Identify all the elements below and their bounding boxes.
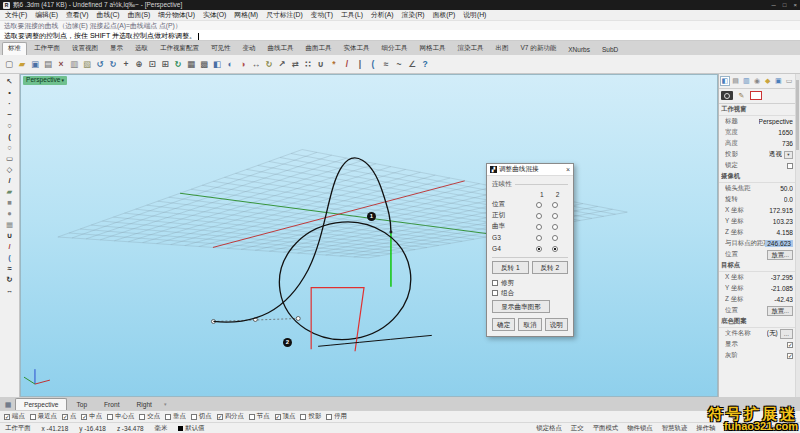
layers-tab-icon[interactable]: ▤ — [731, 76, 741, 86]
property-value[interactable]: 4.158 — [776, 229, 793, 236]
radio-curve-2[interactable] — [552, 235, 558, 241]
osnap-toggle[interactable]: 切点 — [191, 412, 212, 421]
mirror-icon[interactable]: ⇄ — [289, 57, 301, 71]
checkbox[interactable] — [107, 414, 113, 420]
radio-curve-2[interactable] — [552, 213, 558, 219]
toolbar-tab[interactable]: 网格工具 — [415, 43, 451, 55]
join-icon[interactable]: ∪ — [2, 230, 18, 241]
viewport-title-chip[interactable]: Perspective — [23, 76, 67, 85]
help-tab-icon[interactable]: ▣ — [774, 76, 784, 86]
property-value[interactable]: -21.085 — [771, 285, 793, 292]
checkbox[interactable] — [62, 414, 68, 420]
curve-end-point[interactable] — [389, 231, 392, 234]
property-button[interactable]: ... — [780, 329, 793, 339]
osnap-toggle[interactable]: 交点 — [139, 412, 160, 421]
blend-input-curve-2[interactable] — [318, 335, 432, 346]
toolbar-tab[interactable]: 实体工具 — [339, 43, 375, 55]
checkbox[interactable] — [165, 414, 171, 420]
osnap-toggle[interactable]: 四分点 — [217, 412, 244, 421]
polygon-icon[interactable]: ◇ — [2, 164, 18, 175]
pan-icon[interactable]: + — [120, 57, 132, 71]
property-value[interactable]: 透视 — [769, 150, 782, 159]
copy-icon[interactable]: ▥ — [68, 57, 80, 71]
minimize-button[interactable]: ─ — [772, 2, 776, 8]
display-tab-icon[interactable]: ▥ — [741, 76, 751, 86]
scrollbar-thumb[interactable] — [796, 80, 799, 150]
red-rectangle-curve[interactable] — [311, 288, 364, 352]
checkbox[interactable] — [492, 280, 498, 286]
property-value[interactable]: 736 — [782, 140, 793, 147]
radio-curve-1[interactable] — [536, 235, 542, 241]
save-icon[interactable]: ▣ — [29, 57, 41, 71]
property-checkbox[interactable] — [787, 342, 793, 348]
checkbox[interactable] — [139, 414, 145, 420]
radio-curve-1[interactable] — [536, 213, 542, 219]
menu-item[interactable]: 变动(T) — [311, 10, 333, 20]
close-button[interactable]: × — [793, 2, 797, 8]
status-field[interactable]: 毫米 — [155, 424, 168, 433]
chevron-down-icon[interactable]: ▾ — [161, 399, 170, 410]
property-value[interactable]: -42.43 — [774, 296, 793, 303]
radio-curve-2[interactable] — [552, 202, 558, 208]
offset-icon[interactable]: ≈ — [380, 57, 392, 71]
osnap-toggle[interactable]: 垂点 — [165, 412, 186, 421]
viewport-tab[interactable]: Perspective — [15, 398, 67, 410]
osnap-toggle[interactable]: 投影 — [300, 412, 321, 421]
checkbox[interactable] — [275, 414, 281, 420]
zoom-window-icon[interactable]: ⊡ — [146, 57, 158, 71]
radio-curve-2[interactable] — [552, 246, 558, 252]
control-point[interactable] — [296, 316, 300, 320]
menu-item[interactable]: 工具(L) — [341, 10, 363, 20]
viewport-canvas[interactable] — [21, 75, 717, 396]
move-icon[interactable]: ↔ — [250, 57, 262, 71]
property-value[interactable]: 1650 — [778, 129, 793, 136]
menu-item[interactable]: 渲染(R) — [402, 10, 425, 20]
menu-item[interactable]: 曲面(S) — [128, 10, 151, 20]
status-toggle[interactable]: 锁定格点 — [536, 424, 562, 433]
cut-icon[interactable]: × — [55, 57, 67, 71]
redo-icon[interactable]: ↻ — [107, 57, 119, 71]
checkbox[interactable] — [300, 414, 306, 420]
status-field[interactable]: 工作平面 — [5, 424, 31, 433]
menu-item[interactable]: 细分物体(U) — [158, 10, 195, 20]
display-mode-icon[interactable]: ◧ — [211, 57, 223, 71]
property-checkbox[interactable] — [787, 353, 793, 359]
toolbar-tab[interactable]: 设置视图 — [67, 43, 103, 55]
menu-item[interactable]: 面板(P) — [433, 10, 456, 20]
four-viewports-icon[interactable]: ▦ — [185, 57, 197, 71]
mesh-icon[interactable]: ▦ — [2, 219, 18, 230]
offset-icon[interactable]: ≈ — [2, 263, 18, 274]
lights-tab-icon[interactable]: ◆ — [763, 76, 773, 86]
property-value[interactable]: 50.0 — [780, 185, 793, 192]
status-field[interactable]: x -41.218 — [42, 424, 69, 433]
curve-icon[interactable]: ~ — [2, 109, 18, 120]
property-button[interactable]: 放置... — [767, 306, 793, 316]
zoom-icon[interactable]: ⊕ — [133, 57, 145, 71]
toolbar-tab[interactable]: 变动 — [238, 43, 261, 55]
checkbox[interactable] — [217, 414, 223, 420]
brush-icon[interactable]: ✎ — [736, 91, 747, 100]
dialog-checkbox-row[interactable]: 修剪 — [492, 278, 568, 288]
notes-tab-icon[interactable]: ▭ — [784, 76, 794, 86]
open-folder-icon[interactable]: ▰ — [16, 57, 28, 71]
maximize-button[interactable]: □ — [783, 2, 787, 8]
toolbar-tab[interactable]: 曲线工具 — [263, 43, 299, 55]
property-value[interactable]: -37.295 — [771, 274, 793, 281]
menu-item[interactable]: 说明(H) — [463, 10, 486, 20]
toolbar-tab[interactable]: 细分工具 — [377, 43, 413, 55]
paste-icon[interactable]: ▧ — [81, 57, 93, 71]
show-curvature-graph-button[interactable]: 显示曲率图形 — [492, 300, 550, 313]
command-prompt[interactable]: 选取要调整的控制点，按住 SHIFT 并选取控制点做对称调整。 — [0, 30, 800, 41]
dialog-title-bar[interactable]: ▞ 调整曲线混接 × — [487, 164, 573, 176]
property-button[interactable]: 放置... — [767, 250, 793, 260]
ellipse-icon[interactable]: ○ — [2, 142, 18, 153]
status-field[interactable]: 默认值 — [178, 424, 204, 433]
status-toggle[interactable]: 平面模式 — [593, 424, 619, 433]
status-toggle[interactable]: 智慧轨迹 — [662, 424, 688, 433]
status-field[interactable]: y -16.418 — [79, 424, 106, 433]
menu-item[interactable]: 文件(F) — [5, 10, 27, 20]
property-value[interactable]: Perspective — [759, 118, 793, 125]
checkbox[interactable] — [4, 414, 10, 420]
curve-tools-icon[interactable]: ~ — [393, 57, 405, 71]
close-icon[interactable]: × — [566, 166, 570, 173]
